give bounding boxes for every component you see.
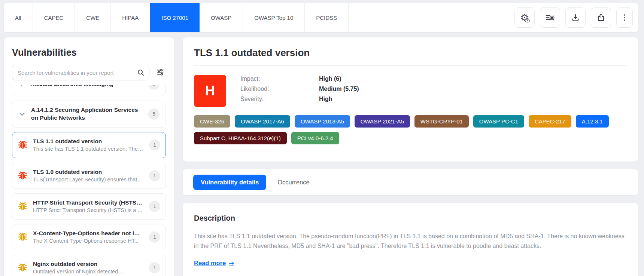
vulnerability-summary: This site has TLS 1.1 outdated version. … (33, 146, 144, 152)
framework-tab[interactable]: CWE (75, 3, 111, 32)
classification-tag[interactable]: CWE-326 (194, 115, 230, 128)
search-icon[interactable] (137, 68, 145, 77)
vulnerability-detail-title: TLS 1.1 outdated version (194, 47, 627, 59)
vulnerability-title: Nginx outdated version (33, 261, 144, 267)
vulnerability-title: TLS 1.0 outdated version (33, 169, 144, 175)
description-card: Description This site has TLS 1.1 outdat… (183, 203, 638, 276)
count-badge: 5 (148, 108, 160, 120)
detail-tabs-card: Vulnerability details Occurrence (183, 169, 638, 195)
vulnerability-title: HTTP Strict Transport Security (HSTS) he… (33, 199, 144, 206)
chevron-down-icon[interactable] (18, 110, 26, 118)
vulnerability-list-item[interactable]: HTTP Strict Transport Security (HSTS) he… (12, 193, 166, 220)
bug-icon (18, 171, 28, 181)
search-box (12, 65, 149, 80)
kebab-menu-icon (621, 13, 628, 22)
read-more-label: Read more (194, 260, 226, 267)
vulnerability-list-item[interactable]: X-Content-Type-Options header not imp...… (12, 224, 166, 250)
count-badge: 1 (149, 231, 160, 243)
panel-title: Vulnerabilities (12, 47, 166, 58)
classification-tag[interactable]: OWASP 2017-A6 (235, 115, 290, 128)
more-options-button[interactable] (616, 7, 633, 28)
classification-tag[interactable]: Subpart C, HIPAA-164.312(e)(1) (194, 132, 287, 144)
likelihood-value: Medium (5.75) (319, 86, 359, 92)
count-badge: 1 (149, 139, 160, 151)
sliders-icon (156, 68, 164, 76)
classification-tag[interactable]: OWASP 2021-A5 (355, 115, 410, 128)
vulnerability-list-item[interactable]: Nginx outdated version Outdated version … (12, 255, 166, 276)
group-item-electronic-messaging[interactable]: A.13.2.3 Electronic Messaging 0 (12, 85, 166, 96)
vulnerability-list: A.13.2.3 Electronic Messaging 0 A.14.1.2… (12, 85, 166, 276)
severity-label: Severity: (240, 96, 319, 102)
classification-tag[interactable]: OWASP 2013-A5 (295, 115, 350, 128)
framework-tab[interactable]: CAPEC (33, 3, 75, 32)
framework-tab[interactable]: PCIDSS (305, 3, 349, 32)
group-item-securing-application-services[interactable]: A.14.1.2 Securing Application Services o… (12, 101, 166, 128)
vulnerability-list-button[interactable] (540, 7, 560, 28)
vulnerability-list-item[interactable]: TLS 1.0 outdated version TLS(Transport L… (12, 163, 166, 189)
export-share-button[interactable] (591, 7, 611, 28)
framework-tab[interactable]: OWASP Top 10 (243, 3, 305, 32)
classification-tag[interactable]: A.12.3.1 (576, 115, 609, 128)
tab-vulnerability-details[interactable]: Vulnerability details (193, 175, 266, 190)
bug-icon (18, 232, 28, 242)
bug-icon (18, 140, 28, 150)
count-badge: 0 (148, 85, 160, 90)
vulnerabilities-panel: Vulnerabilities A.13.2.3 Electronic Mess… (4, 37, 174, 276)
classification-tag[interactable]: PCI v4.0-6.2.4 (291, 132, 339, 144)
vulnerability-summary: TLS(Transport Layer Security) ensures th… (33, 177, 144, 183)
severity-summary: Impact: High (6) Likelihood: Medium (5.7… (240, 75, 359, 102)
framework-tab[interactable]: HIPAA (111, 3, 150, 32)
count-badge: 1 (149, 170, 160, 181)
framework-tab[interactable]: OWASP (200, 3, 243, 32)
chevron-right-icon[interactable] (18, 85, 25, 88)
impact-label: Impact: (240, 76, 319, 82)
description-text: This site has TLS 1.1 outdated version. … (194, 231, 627, 251)
framework-tabs: AllCAPECCWEHIPAAISO 27001OWASPOWASP Top … (4, 3, 349, 32)
eye-icon (525, 19, 530, 22)
impact-value: High (6) (319, 76, 341, 82)
tab-occurrence[interactable]: Occurrence (277, 179, 309, 186)
share-icon (596, 13, 605, 22)
toolbar: ⚙ (514, 7, 638, 28)
divider (194, 65, 627, 66)
severity-value: High (319, 96, 332, 102)
framework-tab[interactable]: All (4, 3, 33, 32)
count-badge: 1 (149, 262, 160, 273)
classification-tag[interactable]: WSTG-CRYP-01 (414, 115, 469, 128)
filter-icon-button[interactable] (155, 67, 166, 79)
read-more-link[interactable]: Read more → (194, 260, 234, 267)
top-bar: AllCAPECCWEHIPAAISO 27001OWASPOWASP Top … (4, 3, 638, 32)
vulnerability-title: X-Content-Type-Options header not imp... (33, 230, 144, 237)
bug-icon (18, 201, 28, 211)
classification-tag[interactable]: OWASP PC-C1 (473, 115, 524, 128)
framework-tab[interactable]: ISO 27001 (150, 3, 200, 32)
severity-badge: H (194, 75, 226, 107)
download-button[interactable] (565, 7, 586, 28)
vulnerability-detail-card: TLS 1.1 outdated version H Impact: High … (183, 37, 638, 162)
description-heading: Description (194, 214, 627, 223)
arrow-right-icon: → (229, 260, 234, 267)
vulnerability-title: TLS 1.1 outdated version (33, 138, 144, 145)
vulnerability-list-item[interactable]: TLS 1.1 outdated version This site has T… (12, 132, 166, 158)
group-label: A.13.2.3 Electronic Messaging (30, 85, 143, 88)
report-settings-button[interactable]: ⚙ (514, 7, 535, 28)
classification-tags: CWE-326OWASP 2017-A6OWASP 2013-A5OWASP 2… (194, 115, 627, 144)
bug-icon (18, 263, 28, 273)
likelihood-label: Likelihood: (240, 86, 319, 92)
search-input[interactable] (12, 65, 149, 80)
vulnerability-summary: HTTP Strict Transport Security (HSTS) is… (33, 207, 144, 213)
vulnerability-summary: Outdated version of Nginx detected.... (33, 269, 144, 275)
classification-tag[interactable]: CAPEC-217 (529, 115, 571, 128)
group-label: A.14.1.2 Securing Application Services o… (31, 106, 143, 122)
list-bug-icon (545, 13, 555, 22)
download-icon (571, 13, 580, 22)
count-badge: 1 (149, 201, 160, 212)
vulnerability-summary: The X-Content-Type-Options response HT..… (33, 238, 144, 244)
